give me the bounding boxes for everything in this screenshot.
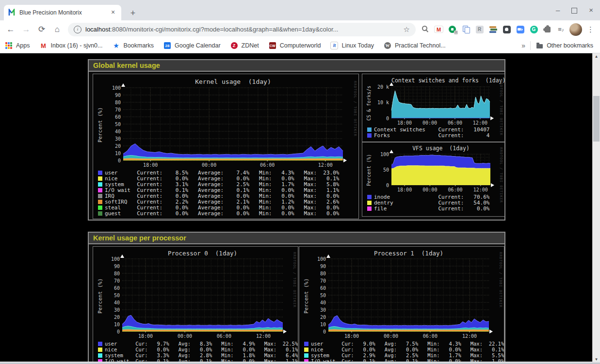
y-tick-label: 80	[114, 271, 120, 276]
legend-text: Forks Current: 4	[374, 132, 489, 139]
x-tick-label: 06:00	[217, 333, 231, 339]
address-bar[interactable]: i localhost :8080/monitorix-cgi/monitori…	[68, 23, 416, 36]
context-switches-graph[interactable]: 010 k20 k18:0000:0006:0012:00 Context sw…	[362, 74, 505, 142]
y-tick-label: 50	[383, 167, 389, 173]
graph-ylabel: CS & forks/s	[366, 85, 372, 120]
x-tick-label: 12:00	[256, 333, 271, 339]
x-tick-label: 18:00	[397, 187, 412, 192]
x-tick-label: 06:00	[423, 333, 438, 339]
x-tick-label: 00:00	[384, 333, 398, 339]
bookmark-label: Bookmarks	[124, 42, 154, 49]
legend-swatch	[98, 200, 102, 204]
copy-extension-icon[interactable]	[461, 25, 470, 34]
hangouts-extension-icon[interactable]: ?	[448, 25, 457, 34]
processor-1-graph[interactable]: 010203040506070809010018:0000:0006:0012:…	[299, 246, 504, 364]
page-info-icon[interactable]: i	[74, 26, 81, 33]
rrdtool-watermark: RRDTOOL / TOBI OETIKER	[353, 81, 357, 137]
graph-legend: inode Current: 70.6%dentry Current: 54.0…	[367, 194, 489, 211]
scroll-up-icon[interactable]: ▲	[593, 53, 600, 60]
bookmark-star[interactable]: ★Bookmarks	[113, 42, 154, 49]
home-icon[interactable]: ⌂	[51, 23, 64, 36]
bookmark-zdnet[interactable]: ZZDNet	[230, 42, 259, 49]
gmail-extension-icon[interactable]: M	[434, 25, 443, 34]
r-ext-extension-icon[interactable]: R	[475, 25, 484, 34]
grammarly-extension-icon[interactable]: G	[529, 25, 538, 34]
section-kernel-usage-per-processor: Kernel usage per processor 0102030405060…	[88, 232, 505, 364]
other-bookmarks-button[interactable]: Other bookmarks	[535, 42, 593, 49]
graph-ylabel: Percent (%)	[97, 107, 103, 142]
series-nice	[123, 160, 343, 160]
zoom-extension-icon[interactable]	[516, 25, 525, 34]
search-extension-icon[interactable]	[421, 25, 430, 34]
tab-close-icon[interactable]: ×	[109, 8, 117, 17]
bookmark-lt[interactable]: ltLinux Today	[330, 42, 374, 49]
bookmark-calendar[interactable]: 28Google Calendar	[163, 42, 221, 49]
puzzle-extension-icon[interactable]	[543, 25, 552, 34]
series-forks	[391, 118, 490, 118]
y-tick-label: 50	[320, 293, 326, 298]
legend-row-nice: nice Cur: 0.0% Avg: 0.0% Min: 0.0% Max: …	[304, 347, 504, 352]
scrollbar-thumb[interactable]	[593, 96, 600, 142]
tab-monitorix[interactable]: Blue Precision Monitorix ×	[4, 5, 121, 20]
x-tick-label: 00:00	[422, 120, 437, 126]
x-tick-label: 06:00	[448, 187, 463, 192]
pocket-extension-icon[interactable]	[502, 25, 511, 34]
playlist-extension-icon[interactable]: ≡♪	[556, 25, 566, 34]
bookmark-label: Practical Technol...	[395, 42, 446, 49]
bookmark-apps[interactable]: Apps	[5, 42, 30, 49]
back-icon[interactable]: ←	[4, 23, 17, 36]
legend-row-system: system Current: 3.1% Average: 2.5% Min: …	[98, 181, 339, 187]
bookmark-wp[interactable]: WPractical Technol...	[384, 42, 446, 49]
page-scrollbar[interactable]: ▲ ▼	[592, 53, 600, 364]
x-tick-label: 12:00	[473, 120, 487, 126]
legend-row-guest: guest Current: 0.0% Average: 0.0% Min: 0…	[98, 210, 339, 216]
y-tick-label: 70	[115, 107, 121, 112]
reload-icon[interactable]: ⟳	[35, 23, 48, 36]
series-nice	[328, 331, 489, 332]
y-tick-label: 0	[118, 158, 121, 163]
profile-avatar[interactable]	[569, 23, 582, 36]
titlebar: Blue Precision Monitorix × + – ×	[0, 0, 600, 20]
y-tick-label: 40	[115, 129, 121, 134]
processor-0-graph[interactable]: 010203040506070809010018:0000:0006:0012:…	[93, 246, 298, 364]
vfs-usage-graph[interactable]: 05010018:0000:0006:0012:00 VFS usage (1d…	[362, 142, 505, 217]
bookmark-cw[interactable]: CWComputerworld	[269, 42, 321, 49]
url-path: :8080/monitorix-cgi/monitorix.cgi?mode=l…	[110, 26, 400, 33]
legend-swatch	[367, 133, 372, 138]
x-tick-label: 18:00	[143, 162, 158, 168]
legend-row-user: user Cur: 9.7% Avg: 8.3% Min: 4.9% Max: …	[98, 341, 298, 347]
browser-toolbar: ← → ⟳ ⌂ i localhost :8080/monitorix-cgi/…	[0, 20, 600, 38]
y-tick-label: 60	[114, 285, 120, 291]
lt-icon: lt	[330, 42, 338, 49]
y-tick-label: 30	[114, 307, 120, 313]
legend-swatch	[304, 348, 308, 352]
window-close-button[interactable]: ×	[589, 5, 593, 15]
bookmark-star-icon[interactable]: ☆	[404, 25, 410, 34]
books-extension-icon[interactable]	[488, 25, 498, 34]
graph-legend: user Cur: 9.7% Avg: 8.3% Min: 4.9% Max: …	[98, 341, 298, 364]
legend-swatch	[98, 342, 102, 346]
legend-row-nice: nice Cur: 0.0% Avg: 0.0% Min: 0.0% Max: …	[98, 347, 298, 352]
legend-text: user Cur: 9.7% Avg: 8.3% Min: 4.9% Max: …	[105, 341, 298, 347]
star-icon: ★	[113, 42, 120, 49]
legend-swatch	[98, 188, 102, 192]
kernel-usage-graph[interactable]: 010203040506070809010018:0000:0006:0012:…	[93, 74, 359, 219]
y-tick-label: 10	[114, 322, 120, 327]
legend-swatch	[98, 176, 102, 181]
tab-title: Blue Precision Monitorix	[19, 9, 109, 16]
bookmark-gmail[interactable]: MInbox (16) - sjvn0...	[40, 42, 103, 49]
graph-ylabel: Percent (%)	[366, 154, 372, 186]
y-tick-label: 60	[320, 285, 326, 291]
url-host: localhost	[85, 26, 110, 33]
y-tick-label: 20	[320, 315, 326, 320]
bookmarks-overflow-icon[interactable]: »	[521, 42, 525, 49]
legend-row-context-switches: Context switches Current: 10407	[367, 127, 489, 132]
legend-row-user: user Cur: 9.0% Avg: 7.5% Min: 4.3% Max: …	[304, 341, 504, 347]
window-maximize-button[interactable]	[571, 8, 577, 14]
y-tick-label: 20	[114, 315, 120, 320]
browser-menu-icon[interactable]: ⋮	[587, 25, 594, 34]
window-minimize-button[interactable]: –	[556, 5, 560, 15]
legend-row-system: system Cur: 3.3% Avg: 2.8% Min: 1.8% Max…	[98, 352, 298, 358]
bookmark-label: Google Calendar	[175, 42, 221, 49]
new-tab-button[interactable]: +	[127, 8, 139, 19]
